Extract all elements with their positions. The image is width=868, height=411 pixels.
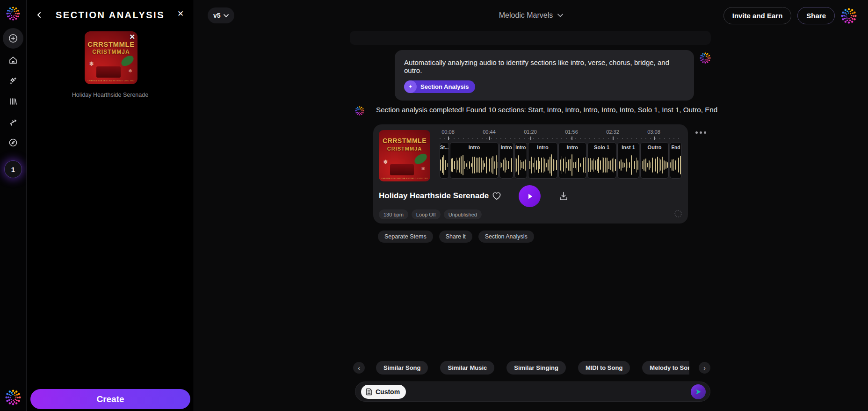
create-button[interactable]: Create [30, 389, 190, 409]
brand-burst-logo-bottom[interactable] [5, 389, 21, 405]
snowflake-glyph: ❄ [128, 68, 132, 73]
home-icon [8, 56, 18, 65]
suggestions-next-button[interactable]: › [699, 362, 710, 374]
brand-burst-logo[interactable] [6, 7, 20, 21]
song-tag: Loop Off [412, 209, 441, 219]
custom-mode-label: Custom [376, 388, 400, 396]
panel-title: SECTION ANALYSIS [27, 10, 194, 21]
suggestion-chip-similar-music[interactable]: Similar Music [440, 361, 494, 375]
section-label: Intro [450, 143, 498, 152]
section-label: Intro [528, 143, 557, 152]
section-label: Outro [641, 143, 668, 152]
chevron-down-icon [557, 14, 563, 17]
section-block-intro[interactable]: Intro [528, 142, 557, 179]
action-chip-share-it[interactable]: Share it [439, 231, 472, 243]
play-icon [526, 192, 534, 201]
stems-button[interactable] [3, 112, 23, 132]
assistant-avatar [355, 106, 364, 115]
song-action-chips: Separate StemsShare itSection Analysis [378, 231, 534, 243]
user-message-bubble: Automatically analyzing audio to identif… [395, 50, 694, 101]
action-chip-separate-stems[interactable]: Separate Stems [378, 231, 433, 243]
song-title: Holiday Hearthside Serenade [379, 191, 489, 201]
section-block-solo-1[interactable]: Solo 1 [587, 142, 616, 179]
previous-message-faded [350, 31, 711, 45]
play-button[interactable] [519, 185, 541, 207]
section-analysis-badge[interactable]: ✦ Section Analysis [404, 80, 475, 93]
share-button[interactable]: Share [797, 7, 835, 24]
section-label: End [670, 143, 681, 152]
holly-leaf [119, 54, 135, 68]
create-plus-button[interactable] [3, 28, 23, 49]
time-label: 03:08 [647, 129, 660, 135]
create-plus-icon [8, 33, 18, 43]
explore-compass-icon [8, 138, 18, 147]
section-block-end[interactable]: End [670, 142, 682, 179]
library-icon [8, 97, 18, 106]
suggestion-chip-midi-to-song[interactable]: MIDI to Song [578, 361, 630, 375]
like-button[interactable] [492, 191, 502, 201]
library-button[interactable] [3, 91, 23, 112]
snowflake-glyph: ❄ [383, 159, 388, 166]
send-button[interactable] [691, 384, 706, 399]
section-label: Solo 1 [588, 143, 616, 152]
artwork-caption: CHARMA SUA JAMCHA ESTRELO CUIU TRU [85, 79, 137, 82]
suggestion-chip-similar-song[interactable]: Similar Song [376, 361, 428, 375]
section-label: Intro [559, 143, 586, 152]
user-message-avatar [700, 52, 711, 64]
waveform-area: 00:0800:4401:2001:5602:3203:08 St...Intr… [440, 129, 682, 179]
heart-icon [492, 191, 502, 201]
suggestion-chip-melody-to-song[interactable]: Melody to Song [642, 361, 689, 375]
custom-mode-button[interactable]: Custom [361, 385, 406, 399]
section-label: Inst 1 [618, 143, 639, 152]
piano-shape [390, 164, 414, 175]
panel-close-button[interactable]: ✕ [176, 9, 185, 19]
download-button[interactable] [558, 191, 569, 201]
time-label: 00:08 [441, 129, 455, 135]
section-block-intro[interactable]: Intro [450, 142, 498, 179]
sparkles-button[interactable] [3, 71, 23, 91]
explore-button[interactable] [3, 132, 23, 153]
invite-and-earn-button[interactable]: Invite and Earn [723, 7, 792, 24]
artwork-text-line1: CRRSTMMLE [85, 40, 137, 48]
suggestion-chip-similar-singing[interactable]: Similar Singing [506, 361, 566, 375]
prompt-input-bar[interactable]: Custom [355, 382, 710, 402]
section-block-outro[interactable]: Outro [640, 142, 668, 179]
section-analysis-panel: SECTION ANALYSIS ✕ CRRSTMMLE CRISTMMJA ❄… [27, 0, 194, 411]
left-rail: 1 [0, 0, 27, 411]
section-label: Intro [515, 143, 527, 152]
assistant-message-text: Section analysis completed! Found 10 sec… [376, 106, 717, 114]
time-label: 01:20 [524, 129, 537, 135]
selected-track-title: Holiday Hearthside Serenade [27, 92, 194, 98]
sparkle-icon: ✦ [404, 80, 417, 93]
suggestions-prev-button[interactable]: ‹ [353, 362, 365, 374]
section-block-intro[interactable]: Intro [558, 142, 586, 179]
send-icon [694, 388, 702, 396]
song-tag: 130 bpm [379, 209, 408, 219]
artwork-text-line2: CRISTMMJA [379, 146, 430, 151]
artwork-text-line1: CRRSTMMLE [379, 137, 430, 144]
selected-track-artwork: CRRSTMMLE CRISTMMJA ❄ ❄ CHARMA SUA JAMCH… [85, 31, 137, 84]
user-message-text: Automatically analyzing audio to identif… [404, 58, 685, 74]
main-area: v5 Melodic Marvels Invite and Earn Share… [194, 0, 868, 411]
queue-count-badge[interactable]: 1 [4, 160, 22, 178]
song-tag: Unpublished [444, 209, 482, 219]
project-title: Melodic Marvels [499, 11, 553, 20]
artwork-text-line2: CRISTMMJA [85, 49, 137, 55]
section-block-inst-1[interactable]: Inst 1 [617, 142, 640, 179]
time-label: 01:56 [565, 129, 578, 135]
song-player-card: CRRSTMMLE CRISTMMJA ❄ ❄ CHARMA SUA JAMCH… [373, 124, 688, 224]
section-block-intro[interactable]: Intro [499, 142, 514, 179]
user-avatar[interactable] [841, 8, 857, 24]
remove-track-button[interactable]: ✕ [129, 33, 135, 41]
section-block-intro[interactable]: Intro [514, 142, 527, 179]
snowflake-glyph: ❄ [421, 166, 425, 171]
badge-label: Section Analysis [420, 83, 469, 90]
song-options-menu-button[interactable] [695, 131, 706, 134]
time-ruler-ticks [440, 137, 682, 140]
time-ruler-labels: 00:0800:4401:2001:5602:3203:08 [440, 129, 682, 136]
action-chip-section-analysis[interactable]: Section Analysis [478, 231, 534, 243]
home-button[interactable] [3, 50, 23, 71]
loading-spinner-icon [674, 210, 682, 217]
section-block-st-[interactable]: St... [440, 142, 449, 179]
time-label: 02:32 [606, 129, 619, 135]
